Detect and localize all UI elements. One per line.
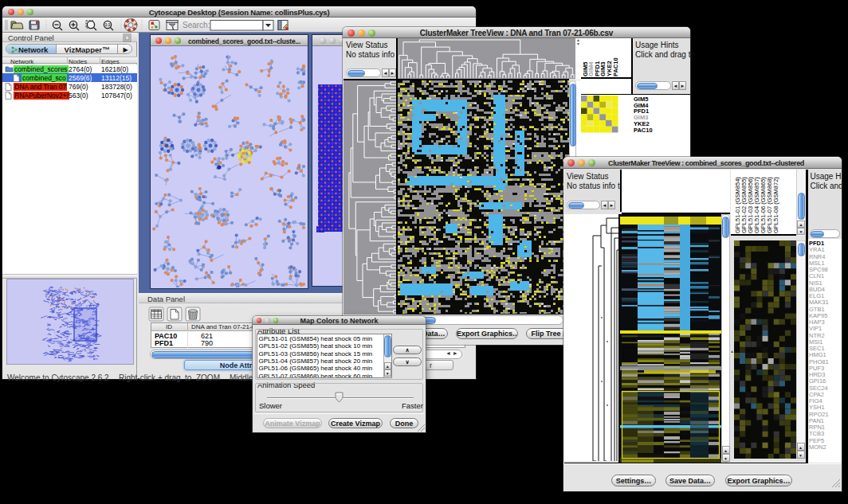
- svg-text:1:1: 1:1: [105, 23, 111, 27]
- svg-text:Search:: Search:: [183, 20, 210, 29]
